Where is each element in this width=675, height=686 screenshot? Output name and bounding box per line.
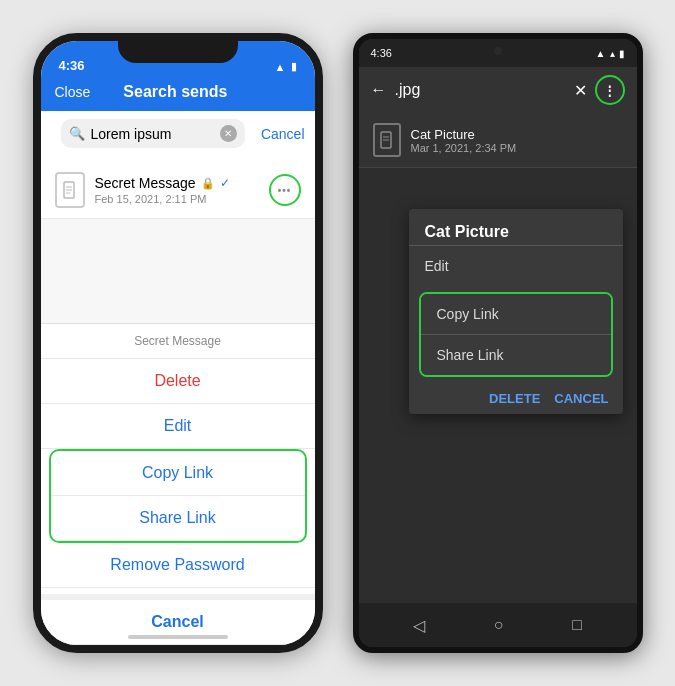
ios-delete-button[interactable]: Delete xyxy=(41,359,315,404)
android-copy-link-option[interactable]: Copy Link xyxy=(421,294,611,335)
android-screen: 4:36 ▲ ▴ ▮ ← .jpg ✕ ⋮ xyxy=(359,39,637,647)
ios-search-clear-button[interactable]: ✕ xyxy=(220,125,237,142)
android-camera xyxy=(494,47,502,55)
android-wifi-icon: ▲ xyxy=(596,48,606,59)
ios-list-item[interactable]: Secret Message 🔒 ✓ Feb 15, 2021, 2:11 PM… xyxy=(41,162,315,219)
android-file-name: Cat Picture xyxy=(411,127,623,142)
android-cancel-button[interactable]: CANCEL xyxy=(554,391,608,406)
android-more-button[interactable]: ⋮ xyxy=(595,75,625,105)
android-home-nav-icon[interactable]: ○ xyxy=(494,616,504,634)
search-icon: 🔍 xyxy=(69,126,85,141)
ios-time: 4:36 xyxy=(59,58,85,73)
ios-item-info: Secret Message 🔒 ✓ Feb 15, 2021, 2:11 PM xyxy=(95,175,269,205)
android-nav-bar: ◁ ○ □ xyxy=(359,603,637,647)
android-signal-icon: ▴ xyxy=(610,48,615,59)
ios-notch xyxy=(118,41,238,63)
android-file-date: Mar 1, 2021, 2:34 PM xyxy=(411,142,623,154)
ios-copy-share-group: Copy Link Share Link xyxy=(49,449,307,543)
battery-icon: ▮ xyxy=(291,60,297,73)
ios-file-icon xyxy=(55,172,85,208)
android-close-button[interactable]: ✕ xyxy=(574,81,587,100)
ios-copy-link-button[interactable]: Copy Link xyxy=(51,451,305,496)
android-time: 4:36 xyxy=(371,47,392,59)
ios-sheet-header: Secret Message xyxy=(41,324,315,359)
ios-item-date: Feb 15, 2021, 2:11 PM xyxy=(95,193,269,205)
android-delete-button[interactable]: DELETE xyxy=(489,391,540,406)
android-toolbar-actions: ✕ ⋮ xyxy=(574,75,625,105)
android-file-row[interactable]: Cat Picture Mar 1, 2021, 2:34 PM xyxy=(359,113,637,167)
android-status-right: ▲ ▴ ▮ xyxy=(596,48,625,59)
ios-home-indicator xyxy=(128,635,228,639)
android-copy-share-group: Copy Link Share Link xyxy=(419,292,613,377)
android-more-icon: ⋮ xyxy=(603,83,616,98)
android-popup: Cat Picture Edit Copy Link Share Link DE… xyxy=(409,209,623,414)
ios-status-icons: ▲ ▮ xyxy=(275,60,297,73)
android-share-link-option[interactable]: Share Link xyxy=(421,335,611,375)
ios-nav-title: Search sends xyxy=(123,83,227,101)
ios-search-input[interactable]: Lorem ipsum xyxy=(91,126,214,142)
ios-share-link-button[interactable]: Share Link xyxy=(51,496,305,541)
lock-icon: 🔒 xyxy=(201,177,215,190)
ios-action-sheet: Secret Message Delete Edit Copy Link Sha… xyxy=(41,323,315,645)
ios-item-name: Secret Message 🔒 ✓ xyxy=(95,175,269,191)
android-file-icon xyxy=(373,123,401,157)
ios-edit-button[interactable]: Edit xyxy=(41,404,315,449)
ios-content-area xyxy=(41,219,315,339)
android-recents-nav-icon[interactable]: □ xyxy=(572,616,582,634)
android-popup-title: Cat Picture xyxy=(409,209,623,245)
verified-icon: ✓ xyxy=(220,176,230,190)
ios-close-button[interactable]: Close xyxy=(55,84,91,100)
ios-remove-password-button[interactable]: Remove Password xyxy=(41,543,315,588)
wifi-icon: ▲ xyxy=(275,61,286,73)
android-edit-option[interactable]: Edit xyxy=(409,246,623,286)
android-toolbar: ← .jpg ✕ ⋮ xyxy=(359,67,637,113)
ios-nav-bar: Close Search sends xyxy=(41,77,315,111)
android-back-nav-icon[interactable]: ◁ xyxy=(413,616,425,635)
ios-more-button[interactable]: ••• xyxy=(269,174,301,206)
ios-search-bar[interactable]: 🔍 Lorem ipsum ✕ xyxy=(61,119,245,148)
android-file-info: Cat Picture Mar 1, 2021, 2:34 PM xyxy=(411,127,623,154)
ios-phone: 4:36 ▲ ▮ Close Search sends 🔍 Lorem ipsu… xyxy=(33,33,323,653)
ios-search-cancel-button[interactable]: Cancel xyxy=(261,126,305,142)
android-toolbar-title: .jpg xyxy=(395,81,566,99)
android-phone: 4:36 ▲ ▴ ▮ ← .jpg ✕ ⋮ xyxy=(353,33,643,653)
android-popup-actions: DELETE CANCEL xyxy=(409,383,623,414)
android-battery-icon: ▮ xyxy=(619,48,625,59)
android-back-button[interactable]: ← xyxy=(371,81,387,99)
